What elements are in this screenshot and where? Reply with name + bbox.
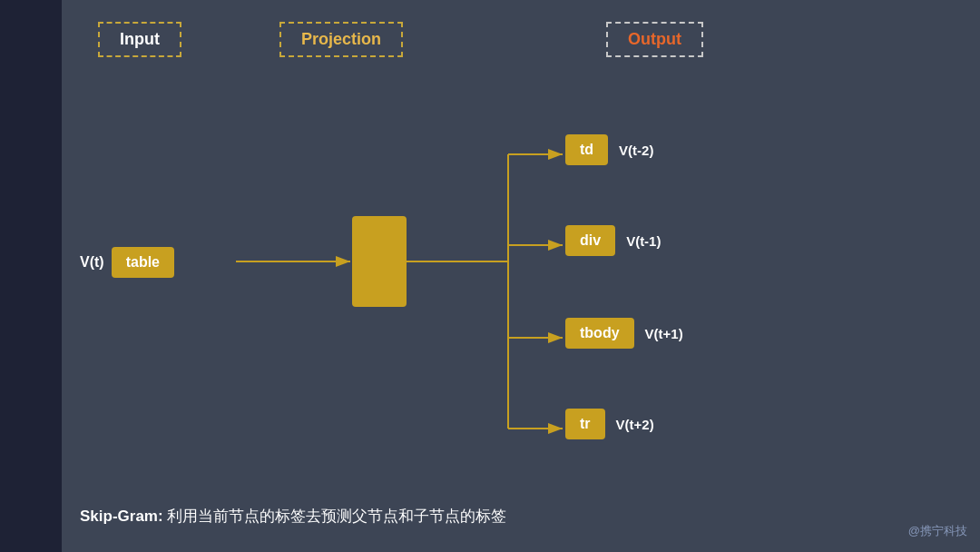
caption: Skip-Gram: 利用当前节点的标签去预测父节点和子节点的标签 [80,506,506,527]
caption-text: 利用当前节点的标签去预测父节点和子节点的标签 [167,508,506,525]
output-div-label: V(t-1) [626,233,661,249]
diagram-arrows [62,0,980,552]
output-tbody-label: V(t+1) [645,326,683,341]
input-vt-label: V(t) [80,254,104,271]
projection-label-text: Projection [301,30,381,49]
output-div-box: div [565,225,615,256]
header-output-label: Output [606,22,703,57]
output-node-tbody: tbody V(t+1) [565,318,683,349]
output-node-td: td V(t-2) [565,134,653,165]
main-content: Input Projection Output V(t) table td V(… [62,0,980,552]
projection-box [352,216,407,307]
input-label-text: Input [120,30,160,49]
output-node-tr: tr V(t+2) [565,409,654,439]
caption-bold: Skip-Gram: [80,508,163,525]
sidebar [0,0,62,552]
input-node: V(t) table [80,247,174,278]
watermark: @携宁科技 [908,523,967,539]
output-tr-label: V(t+2) [616,417,654,432]
output-td-box: td [565,134,608,165]
output-tr-box: tr [565,409,605,439]
input-table-box: table [112,247,174,278]
output-node-div: div V(t-1) [565,225,661,256]
output-tbody-box: tbody [565,318,634,349]
header-projection-label: Projection [279,22,403,57]
output-td-label: V(t-2) [619,143,653,158]
header-input-label: Input [98,22,181,57]
output-label-text: Output [628,30,681,49]
